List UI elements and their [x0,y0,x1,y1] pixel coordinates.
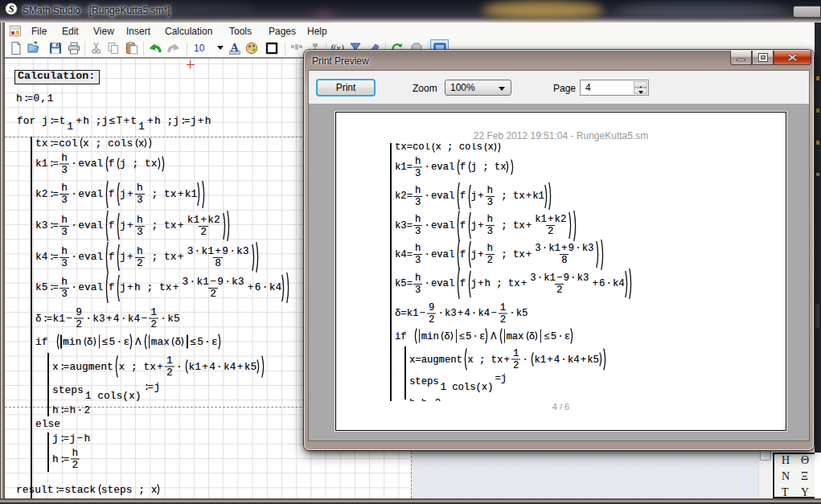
svg-text:A: A [231,42,240,54]
